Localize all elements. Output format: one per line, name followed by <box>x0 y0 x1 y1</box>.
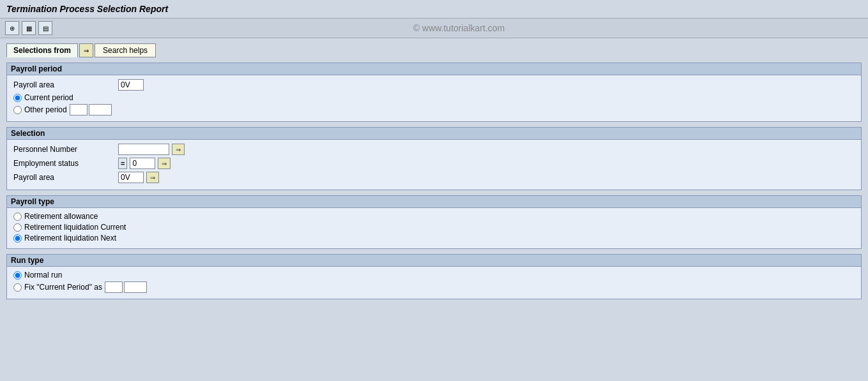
arrow-right-icon-2: ⇒ <box>162 160 167 167</box>
retirement-liquidation-next-row: Retirement liquidation Next <box>13 234 855 243</box>
page-title: Termination Process Selection Report <box>6 4 168 14</box>
retirement-liquidation-next-label: Retirement liquidation Next <box>24 234 116 243</box>
employment-status-label: Employment status <box>13 159 116 168</box>
watermark: © www.tutorialkart.com <box>55 23 863 33</box>
fix-period-input-2[interactable] <box>124 281 147 293</box>
tab-selections-from[interactable]: Selections from <box>6 43 78 57</box>
personnel-number-arrow-btn[interactable]: ⇒ <box>172 144 185 155</box>
employment-status-input[interactable] <box>130 158 155 169</box>
title-bar: Termination Process Selection Report <box>0 0 868 19</box>
selection-section: Selection Personnel Number ⇒ Employment … <box>6 127 862 190</box>
payroll-type-section: Payroll type Retirement allowance Retire… <box>6 195 862 249</box>
fix-period-inputs <box>105 281 147 293</box>
tab-arrow-icon[interactable]: ⇒ <box>79 43 93 57</box>
fix-period-input-1[interactable] <box>105 281 123 293</box>
payroll-period-header: Payroll period <box>7 63 861 75</box>
current-period-label: Current period <box>24 93 73 102</box>
personnel-number-label: Personnel Number <box>13 145 116 154</box>
retirement-allowance-label: Retirement allowance <box>24 212 98 221</box>
payroll-area-row: Payroll area <box>13 79 855 91</box>
current-period-radio[interactable] <box>13 94 22 102</box>
retirement-liquidation-current-label: Retirement liquidation Current <box>24 223 126 232</box>
run-type-section: Run type Normal run Fix "Current Period"… <box>6 254 862 299</box>
grid-icon: ▤ <box>43 25 49 32</box>
normal-run-label: Normal run <box>24 271 62 280</box>
employment-status-arrow-btn[interactable]: ⇒ <box>158 158 171 169</box>
normal-run-radio[interactable] <box>13 271 22 280</box>
payroll-period-body: Payroll area Current period Other period <box>7 75 861 121</box>
toolbar-btn-2[interactable]: ▦ <box>22 21 36 35</box>
fix-current-period-label: Fix "Current Period" as <box>24 283 102 292</box>
selection-payroll-area-arrow-btn[interactable]: ⇒ <box>146 172 159 183</box>
payroll-type-header: Payroll type <box>7 196 861 208</box>
other-period-label: Other period <box>24 105 67 114</box>
personnel-number-row: Personnel Number ⇒ <box>13 144 855 155</box>
selection-payroll-area-input[interactable] <box>118 172 144 183</box>
run-type-body: Normal run Fix "Current Period" as <box>7 267 861 299</box>
personnel-number-input[interactable] <box>118 144 169 155</box>
selection-header: Selection <box>7 128 861 140</box>
arrow-right-icon-3: ⇒ <box>150 174 155 181</box>
selection-body: Personnel Number ⇒ Employment status = ⇒… <box>7 140 861 190</box>
toolbar-btn-3[interactable]: ▤ <box>38 21 52 35</box>
payroll-type-body: Retirement allowance Retirement liquidat… <box>7 208 861 248</box>
other-period-row: Other period <box>13 104 855 116</box>
payroll-period-section: Payroll period Payroll area Current peri… <box>6 63 862 122</box>
other-period-inputs <box>70 104 112 116</box>
retirement-allowance-radio[interactable] <box>13 213 22 221</box>
retirement-liquidation-next-radio[interactable] <box>13 234 22 243</box>
save-icon: ▦ <box>26 25 32 32</box>
run-type-header: Run type <box>7 255 861 267</box>
payroll-area-input[interactable] <box>118 79 144 91</box>
tabs-row: Selections from ⇒ Search helps <box>6 43 862 57</box>
fix-current-period-row: Fix "Current Period" as <box>13 281 855 293</box>
payroll-area-label: Payroll area <box>13 80 116 89</box>
toolbar: ⊕ ▦ ▤ © www.tutorialkart.com <box>0 19 868 38</box>
selection-payroll-area-label: Payroll area <box>13 173 116 182</box>
current-period-row: Current period <box>13 93 855 102</box>
employment-status-eq-btn[interactable]: = <box>118 158 127 169</box>
retirement-allowance-row: Retirement allowance <box>13 212 855 221</box>
retirement-liquidation-current-radio[interactable] <box>13 223 22 232</box>
fix-current-period-radio[interactable] <box>13 283 22 292</box>
toolbar-btn-1[interactable]: ⊕ <box>5 21 19 35</box>
retirement-liquidation-current-row: Retirement liquidation Current <box>13 223 855 232</box>
clock-icon: ⊕ <box>10 25 15 32</box>
other-period-input-2[interactable] <box>89 104 112 116</box>
other-period-radio[interactable] <box>13 106 22 114</box>
tab-search-helps[interactable]: Search helps <box>95 43 156 57</box>
other-period-input-1[interactable] <box>70 104 88 116</box>
main-content: Selections from ⇒ Search helps Payroll p… <box>0 38 868 310</box>
arrow-right-icon: ⇒ <box>176 146 181 153</box>
normal-run-row: Normal run <box>13 271 855 280</box>
employment-status-row: Employment status = ⇒ <box>13 158 855 169</box>
selection-payroll-area-row: Payroll area ⇒ <box>13 172 855 183</box>
